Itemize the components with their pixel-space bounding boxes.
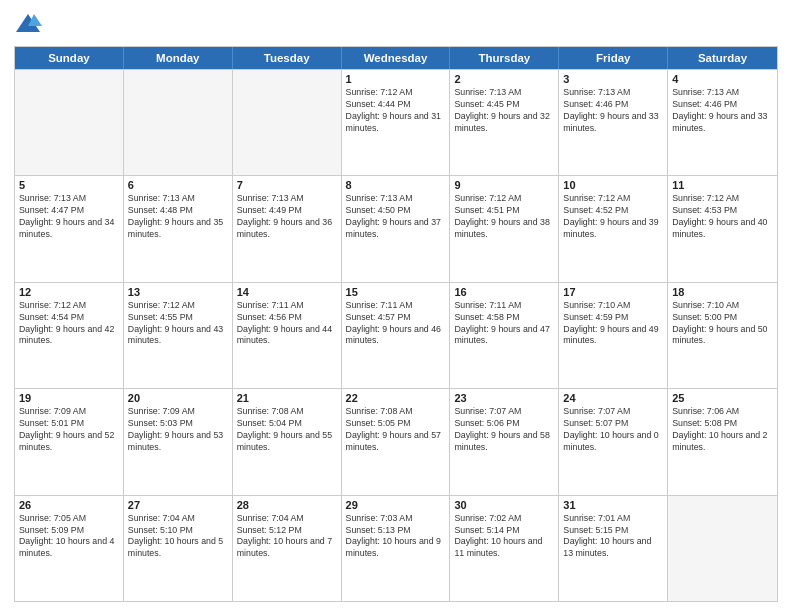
day-number: 8: [346, 179, 446, 191]
day-number: 22: [346, 392, 446, 404]
day-info: Sunrise: 7:01 AM Sunset: 5:15 PM Dayligh…: [563, 513, 663, 561]
day-number: 23: [454, 392, 554, 404]
day-cell-14: 14Sunrise: 7:11 AM Sunset: 4:56 PM Dayli…: [233, 283, 342, 388]
day-number: 24: [563, 392, 663, 404]
day-info: Sunrise: 7:13 AM Sunset: 4:46 PM Dayligh…: [672, 87, 773, 135]
header: [14, 10, 778, 38]
calendar-row-1: 1Sunrise: 7:12 AM Sunset: 4:44 PM Daylig…: [15, 69, 777, 175]
day-cell-2: 2Sunrise: 7:13 AM Sunset: 4:45 PM Daylig…: [450, 70, 559, 175]
day-info: Sunrise: 7:12 AM Sunset: 4:55 PM Dayligh…: [128, 300, 228, 348]
header-day-friday: Friday: [559, 47, 668, 69]
day-number: 27: [128, 499, 228, 511]
day-cell-4: 4Sunrise: 7:13 AM Sunset: 4:46 PM Daylig…: [668, 70, 777, 175]
day-cell-20: 20Sunrise: 7:09 AM Sunset: 5:03 PM Dayli…: [124, 389, 233, 494]
day-cell-22: 22Sunrise: 7:08 AM Sunset: 5:05 PM Dayli…: [342, 389, 451, 494]
day-cell-27: 27Sunrise: 7:04 AM Sunset: 5:10 PM Dayli…: [124, 496, 233, 601]
header-day-saturday: Saturday: [668, 47, 777, 69]
calendar-row-4: 19Sunrise: 7:09 AM Sunset: 5:01 PM Dayli…: [15, 388, 777, 494]
logo: [14, 10, 46, 38]
day-cell-18: 18Sunrise: 7:10 AM Sunset: 5:00 PM Dayli…: [668, 283, 777, 388]
day-cell-1: 1Sunrise: 7:12 AM Sunset: 4:44 PM Daylig…: [342, 70, 451, 175]
calendar-body: 1Sunrise: 7:12 AM Sunset: 4:44 PM Daylig…: [15, 69, 777, 601]
day-cell-7: 7Sunrise: 7:13 AM Sunset: 4:49 PM Daylig…: [233, 176, 342, 281]
day-info: Sunrise: 7:13 AM Sunset: 4:49 PM Dayligh…: [237, 193, 337, 241]
day-number: 26: [19, 499, 119, 511]
calendar-row-5: 26Sunrise: 7:05 AM Sunset: 5:09 PM Dayli…: [15, 495, 777, 601]
header-day-monday: Monday: [124, 47, 233, 69]
day-info: Sunrise: 7:11 AM Sunset: 4:58 PM Dayligh…: [454, 300, 554, 348]
day-info: Sunrise: 7:12 AM Sunset: 4:51 PM Dayligh…: [454, 193, 554, 241]
header-day-thursday: Thursday: [450, 47, 559, 69]
day-info: Sunrise: 7:10 AM Sunset: 5:00 PM Dayligh…: [672, 300, 773, 348]
day-info: Sunrise: 7:13 AM Sunset: 4:48 PM Dayligh…: [128, 193, 228, 241]
day-cell-12: 12Sunrise: 7:12 AM Sunset: 4:54 PM Dayli…: [15, 283, 124, 388]
day-number: 18: [672, 286, 773, 298]
day-cell-17: 17Sunrise: 7:10 AM Sunset: 4:59 PM Dayli…: [559, 283, 668, 388]
day-cell-31: 31Sunrise: 7:01 AM Sunset: 5:15 PM Dayli…: [559, 496, 668, 601]
day-cell-16: 16Sunrise: 7:11 AM Sunset: 4:58 PM Dayli…: [450, 283, 559, 388]
header-day-tuesday: Tuesday: [233, 47, 342, 69]
day-number: 21: [237, 392, 337, 404]
logo-icon: [14, 10, 42, 38]
day-info: Sunrise: 7:04 AM Sunset: 5:12 PM Dayligh…: [237, 513, 337, 561]
day-number: 2: [454, 73, 554, 85]
day-cell-3: 3Sunrise: 7:13 AM Sunset: 4:46 PM Daylig…: [559, 70, 668, 175]
calendar-header: SundayMondayTuesdayWednesdayThursdayFrid…: [15, 47, 777, 69]
day-cell-28: 28Sunrise: 7:04 AM Sunset: 5:12 PM Dayli…: [233, 496, 342, 601]
day-cell-23: 23Sunrise: 7:07 AM Sunset: 5:06 PM Dayli…: [450, 389, 559, 494]
day-info: Sunrise: 7:06 AM Sunset: 5:08 PM Dayligh…: [672, 406, 773, 454]
day-cell-19: 19Sunrise: 7:09 AM Sunset: 5:01 PM Dayli…: [15, 389, 124, 494]
day-cell-8: 8Sunrise: 7:13 AM Sunset: 4:50 PM Daylig…: [342, 176, 451, 281]
page: SundayMondayTuesdayWednesdayThursdayFrid…: [0, 0, 792, 612]
calendar: SundayMondayTuesdayWednesdayThursdayFrid…: [14, 46, 778, 602]
header-day-sunday: Sunday: [15, 47, 124, 69]
day-number: 3: [563, 73, 663, 85]
calendar-row-3: 12Sunrise: 7:12 AM Sunset: 4:54 PM Dayli…: [15, 282, 777, 388]
day-cell-29: 29Sunrise: 7:03 AM Sunset: 5:13 PM Dayli…: [342, 496, 451, 601]
day-number: 1: [346, 73, 446, 85]
day-info: Sunrise: 7:03 AM Sunset: 5:13 PM Dayligh…: [346, 513, 446, 561]
day-info: Sunrise: 7:13 AM Sunset: 4:46 PM Dayligh…: [563, 87, 663, 135]
day-info: Sunrise: 7:11 AM Sunset: 4:57 PM Dayligh…: [346, 300, 446, 348]
day-cell-11: 11Sunrise: 7:12 AM Sunset: 4:53 PM Dayli…: [668, 176, 777, 281]
empty-cell-4-6: [668, 496, 777, 601]
day-number: 12: [19, 286, 119, 298]
day-cell-24: 24Sunrise: 7:07 AM Sunset: 5:07 PM Dayli…: [559, 389, 668, 494]
day-number: 11: [672, 179, 773, 191]
day-info: Sunrise: 7:08 AM Sunset: 5:04 PM Dayligh…: [237, 406, 337, 454]
empty-cell-0-2: [233, 70, 342, 175]
day-info: Sunrise: 7:13 AM Sunset: 4:50 PM Dayligh…: [346, 193, 446, 241]
day-number: 13: [128, 286, 228, 298]
day-info: Sunrise: 7:07 AM Sunset: 5:07 PM Dayligh…: [563, 406, 663, 454]
day-info: Sunrise: 7:09 AM Sunset: 5:01 PM Dayligh…: [19, 406, 119, 454]
day-info: Sunrise: 7:04 AM Sunset: 5:10 PM Dayligh…: [128, 513, 228, 561]
day-info: Sunrise: 7:13 AM Sunset: 4:47 PM Dayligh…: [19, 193, 119, 241]
day-info: Sunrise: 7:12 AM Sunset: 4:52 PM Dayligh…: [563, 193, 663, 241]
day-cell-6: 6Sunrise: 7:13 AM Sunset: 4:48 PM Daylig…: [124, 176, 233, 281]
empty-cell-0-0: [15, 70, 124, 175]
day-number: 6: [128, 179, 228, 191]
day-number: 30: [454, 499, 554, 511]
day-info: Sunrise: 7:08 AM Sunset: 5:05 PM Dayligh…: [346, 406, 446, 454]
day-info: Sunrise: 7:10 AM Sunset: 4:59 PM Dayligh…: [563, 300, 663, 348]
day-info: Sunrise: 7:05 AM Sunset: 5:09 PM Dayligh…: [19, 513, 119, 561]
day-number: 4: [672, 73, 773, 85]
day-cell-25: 25Sunrise: 7:06 AM Sunset: 5:08 PM Dayli…: [668, 389, 777, 494]
day-number: 10: [563, 179, 663, 191]
day-info: Sunrise: 7:12 AM Sunset: 4:44 PM Dayligh…: [346, 87, 446, 135]
day-cell-15: 15Sunrise: 7:11 AM Sunset: 4:57 PM Dayli…: [342, 283, 451, 388]
day-number: 19: [19, 392, 119, 404]
day-number: 14: [237, 286, 337, 298]
day-number: 25: [672, 392, 773, 404]
day-info: Sunrise: 7:09 AM Sunset: 5:03 PM Dayligh…: [128, 406, 228, 454]
day-cell-9: 9Sunrise: 7:12 AM Sunset: 4:51 PM Daylig…: [450, 176, 559, 281]
day-cell-10: 10Sunrise: 7:12 AM Sunset: 4:52 PM Dayli…: [559, 176, 668, 281]
day-number: 29: [346, 499, 446, 511]
day-number: 15: [346, 286, 446, 298]
day-number: 20: [128, 392, 228, 404]
day-cell-5: 5Sunrise: 7:13 AM Sunset: 4:47 PM Daylig…: [15, 176, 124, 281]
day-number: 17: [563, 286, 663, 298]
day-cell-21: 21Sunrise: 7:08 AM Sunset: 5:04 PM Dayli…: [233, 389, 342, 494]
empty-cell-0-1: [124, 70, 233, 175]
day-cell-30: 30Sunrise: 7:02 AM Sunset: 5:14 PM Dayli…: [450, 496, 559, 601]
